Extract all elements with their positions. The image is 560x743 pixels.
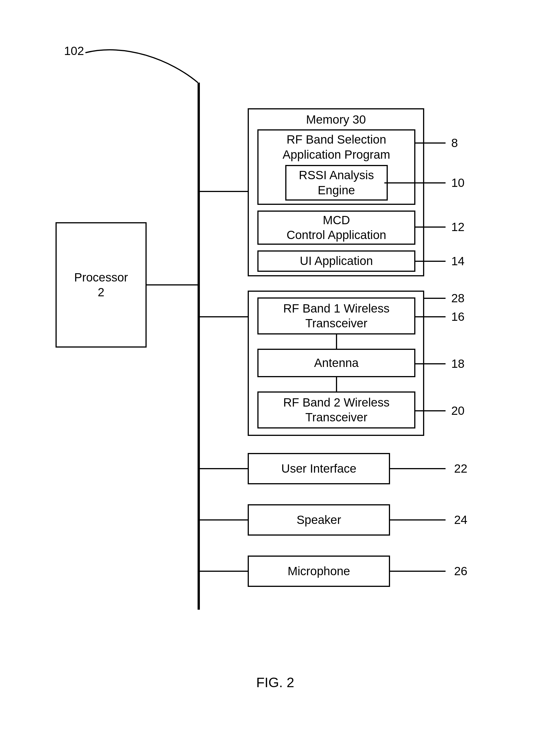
rf2-line1: RF Band 2 Wireless: [283, 395, 389, 410]
processor-block: Processor 2: [55, 222, 147, 348]
antenna-block: Antenna: [258, 349, 415, 377]
refnum-mcd: 12: [451, 220, 465, 234]
rf2-line2: Transceiver: [306, 410, 368, 425]
processor-label-line1: Processor: [74, 270, 128, 285]
system-bus: [198, 83, 200, 610]
leader-8: [414, 142, 446, 143]
figure-caption: FIG. 2: [256, 675, 294, 690]
diagram-page: 102 Processor 2 Memory 30 RF Band Select…: [0, 0, 560, 743]
wireless-block: RF Band 1 Wireless Transceiver Antenna R…: [248, 291, 424, 436]
connector-bus-microphone: [200, 571, 248, 572]
rf1-line2: Transceiver: [306, 316, 368, 331]
refnum-microphone: 26: [454, 564, 467, 578]
leader-12: [414, 226, 446, 228]
speaker-block: Speaker: [248, 504, 390, 536]
rssi-analysis-engine: RSSI Analysis Engine: [285, 165, 388, 201]
microphone-block: Microphone: [248, 556, 390, 587]
leader-18: [414, 363, 446, 364]
connector-rf1-antenna: [336, 335, 337, 349]
mcd-control-application: MCD Control Application: [258, 211, 415, 245]
refnum-rf2: 20: [451, 404, 465, 418]
antenna-label: Antenna: [314, 356, 359, 370]
refnum-rssi: 10: [451, 176, 465, 190]
mcd-line2: Control Application: [286, 228, 386, 243]
ui-app-label: UI Application: [300, 254, 373, 269]
processor-label-line2: 2: [98, 285, 104, 300]
rf-band-selection-program: RF Band Selection Application Program RS…: [258, 129, 415, 205]
leader-10: [384, 182, 446, 183]
refnum-system: 102: [64, 44, 84, 58]
leader-14: [414, 261, 446, 262]
refnum-rf-sel: 8: [451, 136, 458, 150]
ui-application: UI Application: [258, 251, 415, 272]
mcd-line1: MCD: [323, 213, 350, 228]
rf-sel-line2: Application Program: [282, 148, 390, 161]
connector-bus-userif: [200, 468, 248, 469]
rf-sel-line1: RF Band Selection: [286, 133, 386, 146]
refnum-rf1: 16: [451, 310, 465, 324]
user-interface-label: User Interface: [281, 461, 357, 476]
rf-band1-transceiver: RF Band 1 Wireless Transceiver: [258, 297, 415, 335]
memory-title: Memory 30: [249, 112, 423, 127]
leader-26: [390, 571, 446, 572]
leader-22: [390, 468, 446, 469]
leader-28: [424, 298, 446, 299]
speaker-label: Speaker: [297, 513, 341, 528]
refnum-ui-app: 14: [451, 254, 465, 268]
rf1-line1: RF Band 1 Wireless: [283, 301, 389, 316]
leader-24: [390, 519, 446, 521]
rssi-line1: RSSI Analysis: [299, 168, 374, 183]
microphone-label: Microphone: [287, 564, 350, 579]
leader-16: [414, 316, 446, 317]
connector-bus-memory: [200, 191, 248, 192]
memory-block: Memory 30 RF Band Selection Application …: [248, 108, 424, 276]
refnum-user-if: 22: [454, 462, 467, 476]
rf-band2-transceiver: RF Band 2 Wireless Transceiver: [258, 391, 415, 429]
leader-20: [414, 410, 446, 411]
user-interface-block: User Interface: [248, 453, 390, 484]
connector-processor-bus: [147, 284, 198, 286]
refnum-speaker: 24: [454, 513, 467, 527]
connector-antenna-rf2: [336, 377, 337, 391]
leader-curve-102: [85, 48, 205, 88]
refnum-wireless-block: 28: [451, 292, 465, 305]
refnum-antenna: 18: [451, 357, 465, 370]
connector-bus-speaker: [200, 519, 248, 521]
connector-bus-wireless: [200, 316, 248, 317]
rssi-line2: Engine: [318, 183, 355, 198]
